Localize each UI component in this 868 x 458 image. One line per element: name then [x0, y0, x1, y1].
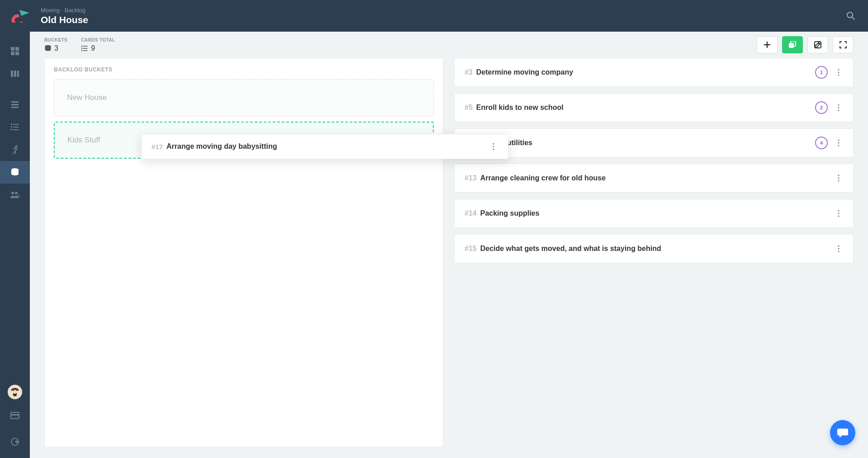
card-title: Determine moving company — [476, 68, 815, 76]
card-title: Arrange moving day babysitting — [166, 142, 489, 151]
svg-rect-13 — [13, 127, 19, 127]
bucket-new-house[interactable]: New House — [54, 79, 434, 116]
header: Moving · Backlog Old House — [0, 0, 868, 32]
svg-rect-31 — [83, 46, 88, 47]
card-item[interactable]: #14 Packing supplies — [454, 199, 854, 228]
svg-point-53 — [838, 212, 839, 214]
svg-rect-28 — [11, 414, 19, 416]
stat-value: 3 — [54, 44, 58, 52]
svg-rect-9 — [11, 101, 19, 103]
card-item[interactable]: #13 Arrange cleaning crew for old house — [454, 164, 854, 193]
svg-point-42 — [838, 74, 839, 76]
view-mode-button[interactable] — [782, 36, 803, 53]
running-icon — [11, 145, 19, 154]
card-title: Packing supplies — [480, 209, 834, 217]
card-title: utilities — [507, 139, 815, 147]
svg-rect-8 — [17, 71, 19, 77]
svg-point-26 — [16, 390, 17, 391]
stat-cards: CARDS TOTAL 9 — [81, 38, 115, 52]
dots-vertical-icon — [838, 175, 840, 182]
svg-rect-36 — [81, 50, 82, 51]
svg-rect-35 — [81, 47, 82, 48]
chat-fab[interactable] — [830, 420, 855, 445]
nav-boards[interactable] — [0, 62, 30, 85]
search-button[interactable] — [842, 7, 860, 25]
dots-vertical-icon — [838, 104, 840, 111]
fullscreen-button[interactable] — [833, 36, 854, 53]
card-menu[interactable] — [834, 172, 843, 184]
svg-point-22 — [18, 195, 20, 198]
svg-rect-10 — [11, 104, 19, 105]
card-number: #15 — [465, 245, 477, 253]
svg-rect-32 — [83, 48, 88, 49]
svg-point-21 — [15, 192, 18, 194]
avatar[interactable] — [8, 385, 22, 399]
bucket-label: New House — [67, 93, 107, 102]
database-icon — [10, 168, 19, 177]
card-item[interactable]: #3 Determine moving company 1 — [454, 58, 854, 87]
card-item[interactable]: #15 Decide what gets moved, and what is … — [454, 234, 854, 263]
nav-dashboard[interactable] — [0, 40, 30, 62]
nav-list[interactable] — [0, 93, 30, 116]
card-number: #5 — [465, 104, 473, 112]
buckets-panel: BACKLOG BUCKETS New House Kids Stuff — [44, 58, 443, 447]
svg-point-48 — [838, 145, 839, 146]
card-menu[interactable] — [834, 66, 843, 79]
svg-rect-37 — [789, 43, 794, 48]
logout-icon — [10, 437, 19, 446]
nav-tasks[interactable] — [0, 116, 30, 138]
dots-vertical-icon — [838, 139, 840, 146]
card-title: Decide what gets moved, and what is stay… — [480, 245, 834, 253]
card-item[interactable]: #5 Enroll kids to new school 2 — [454, 93, 854, 122]
expand-icon — [840, 41, 847, 48]
svg-point-54 — [838, 215, 839, 217]
app-logo[interactable] — [8, 7, 30, 25]
svg-point-0 — [847, 12, 853, 18]
svg-point-56 — [838, 248, 839, 249]
svg-point-18 — [15, 146, 18, 148]
nav-backlog[interactable] — [0, 161, 30, 184]
dots-vertical-icon — [838, 69, 840, 76]
card-item[interactable]: utilities 4 — [454, 128, 854, 157]
card-menu[interactable] — [834, 137, 843, 149]
sidebar — [0, 32, 30, 458]
card-menu[interactable] — [834, 207, 843, 220]
checklist-icon — [10, 123, 19, 132]
svg-point-47 — [838, 142, 839, 143]
stat-value: 9 — [91, 44, 95, 52]
add-button[interactable] — [757, 36, 778, 53]
svg-point-57 — [838, 250, 839, 252]
svg-point-43 — [838, 104, 839, 105]
card-menu[interactable] — [834, 101, 843, 114]
card-title: Enroll kids to new school — [476, 104, 815, 112]
svg-point-59 — [493, 146, 494, 147]
section-title: BACKLOG BUCKETS — [54, 66, 434, 73]
nav-billing[interactable] — [0, 405, 30, 426]
svg-rect-5 — [15, 52, 19, 55]
dots-vertical-icon — [493, 143, 494, 150]
nav-logout[interactable] — [0, 431, 30, 453]
bucket-label: Kids Stuff — [67, 136, 100, 145]
svg-rect-12 — [13, 124, 19, 125]
svg-point-40 — [838, 69, 839, 70]
svg-rect-4 — [11, 52, 14, 55]
svg-point-58 — [493, 143, 494, 144]
svg-rect-17 — [11, 129, 12, 130]
users-gear-icon — [10, 191, 20, 199]
svg-rect-16 — [11, 126, 12, 127]
dragging-card[interactable]: #17 Arrange moving day babysitting — [141, 134, 508, 159]
edit-icon — [814, 41, 821, 48]
dots-vertical-icon — [838, 245, 840, 252]
stat-label: CARDS TOTAL — [81, 38, 115, 42]
svg-point-50 — [838, 177, 839, 179]
stats: BUCKETS 3 CARDS TOTAL 9 — [44, 38, 115, 52]
card-number: #13 — [465, 174, 477, 182]
nav-activity[interactable] — [0, 138, 30, 161]
breadcrumb[interactable]: Moving · Backlog — [41, 7, 842, 14]
edit-button[interactable] — [807, 36, 828, 53]
nav-team[interactable] — [0, 184, 30, 206]
card-menu[interactable] — [489, 143, 498, 150]
page-title: Old House — [41, 14, 842, 25]
cards-panel: #3 Determine moving company 1 #5 Enroll … — [454, 58, 854, 447]
card-menu[interactable] — [834, 242, 843, 255]
